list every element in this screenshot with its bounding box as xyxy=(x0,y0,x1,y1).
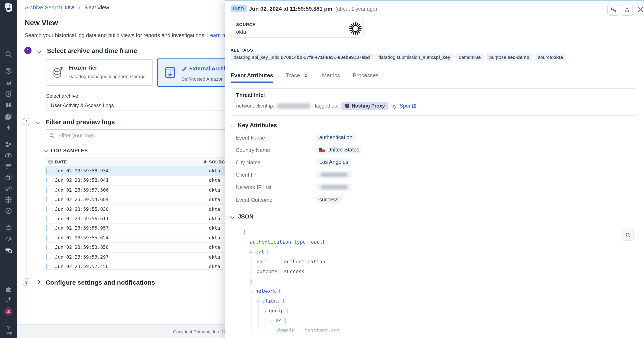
log-source: okta xyxy=(209,245,220,250)
archive-select-value: User Activity & Access Logs xyxy=(51,102,114,108)
chevron-down-icon[interactable] xyxy=(263,309,266,312)
breadcrumb-section-link[interactable]: Archive Search xyxy=(25,4,62,11)
json-key[interactable]: as xyxy=(276,317,282,323)
page-subtitle: Search your historical log data and buil… xyxy=(25,33,240,38)
json-key[interactable]: domain xyxy=(277,327,299,333)
target-icon[interactable] xyxy=(0,89,16,99)
spur-link[interactable]: Spur xyxy=(400,103,416,109)
severity-bar xyxy=(46,226,47,231)
tag-pill[interactable]: demo:true xyxy=(456,53,484,61)
json-key[interactable]: evt xyxy=(255,249,264,255)
puzzle-icon xyxy=(203,159,208,164)
binoculars-icon[interactable] xyxy=(0,100,16,110)
step-2-number: 2 xyxy=(22,118,30,125)
tab-metrics[interactable]: Metrics xyxy=(322,68,340,82)
column-header-date[interactable]: DATE xyxy=(55,159,67,164)
by-label: by xyxy=(391,103,396,109)
attr-value[interactable]: Los Angeles xyxy=(316,158,351,166)
chevron-down-icon[interactable] xyxy=(270,318,274,322)
avatar[interactable] xyxy=(4,307,12,315)
search-icon[interactable] xyxy=(0,50,16,59)
help-label[interactable]: Help xyxy=(0,331,16,335)
close-icon[interactable] xyxy=(636,6,644,13)
chevron-down-icon[interactable] xyxy=(249,250,253,253)
severity-bar xyxy=(46,235,47,241)
tag-key: datadog.api_key_uuid: xyxy=(234,54,281,60)
severity-bar xyxy=(46,168,47,174)
log-search-icon[interactable] xyxy=(0,245,16,255)
layers-icon[interactable] xyxy=(0,112,16,121)
chevron-down-icon[interactable] xyxy=(256,299,260,303)
threat-intel-row: network.client.ip: flagged as: Hosting P… xyxy=(236,102,416,110)
shield-icon[interactable] xyxy=(0,195,16,204)
tag-pill[interactable]: datadog.submission_auth:api_key xyxy=(376,53,454,61)
json-key[interactable]: authentication_type xyxy=(250,239,306,245)
tab-event-attributes[interactable]: Event Attributes xyxy=(230,68,273,82)
log-samples-header[interactable]: LOG SAMPLES xyxy=(45,148,88,153)
new-badge: NEW xyxy=(65,5,74,10)
redacted-ip xyxy=(277,103,310,109)
log-detail-panel: INFO Jun 02, 2024 at 11:59:59.381 pm(abo… xyxy=(225,0,644,338)
json-key[interactable]: client xyxy=(262,298,280,304)
key-attributes-header[interactable]: Key Attributes xyxy=(231,122,277,128)
sidebar-divider xyxy=(4,61,13,61)
tag-pill[interactable]: source:okta xyxy=(535,53,566,61)
attr-label: City Name xyxy=(236,160,261,165)
log-source: okta xyxy=(209,178,220,183)
datadog-logo[interactable] xyxy=(0,2,16,13)
sparkles-icon[interactable] xyxy=(0,295,16,305)
logs-icon[interactable] xyxy=(0,161,16,171)
attr-value[interactable]: United States xyxy=(316,146,362,154)
threat-category-badge[interactable]: Hosting Proxy xyxy=(342,102,388,110)
tag-pill[interactable]: purpose:sec-demo xyxy=(486,53,532,61)
json-key[interactable]: name xyxy=(256,258,279,264)
json-key[interactable]: network xyxy=(255,288,276,294)
tab-processes[interactable]: Processes xyxy=(353,68,378,82)
step-guide-line xyxy=(26,128,27,275)
json-key[interactable]: outcome xyxy=(256,268,279,274)
puzzle-icon[interactable] xyxy=(0,284,16,294)
log-date: Jun 02 23:59:55.624 xyxy=(55,235,109,241)
json-value: authentication xyxy=(284,258,325,264)
json-key[interactable]: geoip xyxy=(269,307,284,313)
attr-label: Event Name xyxy=(236,135,265,141)
source-value: okta xyxy=(236,29,246,35)
chevron-right-icon xyxy=(36,280,40,285)
attr-value[interactable]: authentication xyxy=(316,134,356,141)
view-in-context-button[interactable] xyxy=(607,4,619,16)
attr-label: Country Name xyxy=(236,147,270,153)
source-label: SOURCE xyxy=(236,22,256,27)
tag-pill[interactable]: datadog.api_key_uuid:d70014bb-37fa-471f-… xyxy=(230,53,373,61)
log-source: okta xyxy=(209,264,220,269)
step-3-header[interactable]: 3 Configure settings and notifications xyxy=(22,278,155,286)
gauge-icon[interactable] xyxy=(0,234,16,244)
history-icon[interactable] xyxy=(0,66,16,76)
step-1-header[interactable]: 1 Select archive and time frame xyxy=(24,47,137,54)
chevron-down-icon[interactable] xyxy=(249,289,253,293)
breadcrumb-current: New View xyxy=(84,4,109,11)
frozen-tier-subtitle: Datadog-managed long-term storage xyxy=(68,74,146,79)
severity-bar xyxy=(46,197,47,202)
lightning-icon[interactable] xyxy=(0,123,16,132)
tag-value: api_key xyxy=(433,54,450,60)
bug-icon[interactable] xyxy=(0,223,16,232)
json-tree[interactable]: {authentication_typeoauthevt{nameauthent… xyxy=(243,227,627,338)
windows-icon[interactable] xyxy=(0,173,16,182)
frozen-tier-icon xyxy=(52,67,64,79)
step-2-header[interactable]: 2 Filter and preview logs xyxy=(22,118,115,125)
share-button[interactable] xyxy=(621,4,633,16)
source-box: SOURCE okta xyxy=(230,19,364,38)
frozen-tier-card[interactable]: Frozen Tier Datadog-managed long-term st… xyxy=(46,59,152,86)
compass-icon[interactable] xyxy=(0,206,16,216)
tag-key: source: xyxy=(538,54,553,60)
metrics-chart-icon[interactable] xyxy=(0,78,16,87)
json-section-header[interactable]: JSON xyxy=(231,213,254,220)
sidebar-divider xyxy=(4,321,13,321)
link-icon[interactable] xyxy=(0,184,16,193)
tab-trace[interactable]: Trace0 xyxy=(286,68,310,82)
attr-value[interactable]: success xyxy=(316,196,342,204)
hexagons-icon[interactable] xyxy=(0,139,16,148)
json-value: success xyxy=(284,268,304,274)
log-source: okta xyxy=(209,235,220,241)
cloud-cost-icon[interactable] xyxy=(0,151,16,160)
